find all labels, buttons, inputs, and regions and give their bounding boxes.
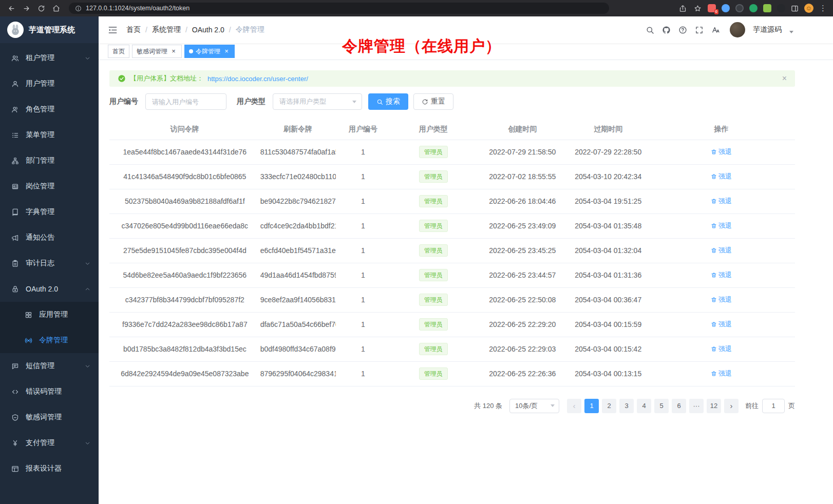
table-row[interactable]: 54d6be82ee5a460a9aedc1f9bf223656 49d1aa4… <box>109 263 795 287</box>
user-id-input[interactable] <box>145 93 226 110</box>
force-logout-button[interactable]: 强退 <box>711 197 732 206</box>
prev-page-button[interactable]: ‹ <box>567 399 581 413</box>
sidebar-item[interactable]: 应用管理 <box>0 302 99 327</box>
next-page-button[interactable]: › <box>724 399 739 413</box>
browser-profile-avatar[interactable]: ☺ <box>804 4 813 13</box>
browser-menu-icon[interactable]: ⋮ <box>819 4 827 12</box>
refresh-icon[interactable] <box>35 2 47 14</box>
sidebar-item[interactable]: 通知公告 <box>0 225 99 250</box>
breadcrumb: 首页 / 系统管理 / OAuth 2.0 / 令牌管理 <box>126 25 264 34</box>
force-logout-button[interactable]: 强退 <box>711 369 732 378</box>
page-button[interactable]: 2 <box>602 399 616 413</box>
github-icon[interactable] <box>662 26 671 34</box>
page-button[interactable]: 4 <box>637 399 651 413</box>
force-logout-button[interactable]: 强退 <box>711 221 732 230</box>
page-button[interactable]: 1 <box>584 399 599 413</box>
forward-icon[interactable] <box>20 2 32 14</box>
page-size-select[interactable]: 10条/页 <box>509 399 559 413</box>
force-logout-button[interactable]: 强退 <box>711 172 732 181</box>
page-button[interactable]: 5 <box>654 399 669 413</box>
sidebar-toggle-icon[interactable] <box>108 25 118 35</box>
breadcrumb-item[interactable]: 系统管理 <box>152 25 181 34</box>
sidebar-item[interactable]: 审计日志 <box>0 250 99 276</box>
home-icon[interactable] <box>50 2 62 14</box>
font-size-icon[interactable] <box>711 26 720 34</box>
force-logout-button[interactable]: 强退 <box>711 246 732 255</box>
sidebar-item[interactable]: 部门管理 <box>0 148 99 173</box>
force-logout-button[interactable]: 强退 <box>711 270 732 280</box>
username[interactable]: 芋道源码 <box>753 25 782 34</box>
fullscreen-icon[interactable] <box>695 26 704 34</box>
tab[interactable]: 首页 <box>108 45 129 58</box>
table-row[interactable]: c347026e805e4d99b0d116eae66eda8c cdfc4ce… <box>109 214 795 238</box>
share-icon[interactable] <box>678 2 687 14</box>
sidebar-item[interactable]: 报表设计器 <box>0 456 99 481</box>
back-icon[interactable] <box>5 2 17 14</box>
sidebar-item[interactable]: 岗位管理 <box>0 173 99 199</box>
sidebar-item[interactable]: 短信管理 <box>0 353 99 379</box>
extension-icon-paw[interactable] <box>777 4 785 12</box>
sidebar-item-label: 租户管理 <box>26 53 54 63</box>
goto-page-input[interactable] <box>762 399 785 413</box>
table-row[interactable]: 1ea5e44f8bc1467aaede43144f31de76 811c530… <box>109 140 795 164</box>
tab-close-icon[interactable]: × <box>170 48 177 55</box>
bookmark-star-icon[interactable] <box>693 2 702 14</box>
tab-label: 令牌管理 <box>196 47 220 56</box>
user-dropdown-caret-icon[interactable] <box>789 31 793 33</box>
sidebar-item[interactable]: 令牌管理 <box>0 327 99 353</box>
tab[interactable]: 令牌管理 × <box>184 45 235 58</box>
sidebar-item[interactable]: 租户管理 <box>0 45 99 71</box>
force-logout-button[interactable]: 强退 <box>711 344 732 354</box>
force-logout-button[interactable]: 强退 <box>711 147 732 157</box>
extension-icon-dark[interactable] <box>735 4 744 12</box>
table-row[interactable]: 502375b8040a469a9b82188afdf6af1f be90422… <box>109 189 795 214</box>
sidebar-item[interactable]: 敏感词管理 <box>0 404 99 430</box>
site-info-icon[interactable] <box>75 5 82 12</box>
tab-close-icon[interactable]: × <box>223 48 230 55</box>
page-button[interactable]: 12 <box>707 399 721 413</box>
sidebar-item[interactable]: 支付管理 <box>0 430 99 456</box>
reset-button[interactable]: 重置 <box>413 93 453 110</box>
sidebar-item[interactable]: 角色管理 <box>0 96 99 122</box>
table-row[interactable]: 275e5de9151045fe87cbdc395e004f4d e6cfd40… <box>109 238 795 263</box>
alert-close-icon[interactable]: × <box>782 74 787 83</box>
extension-icon-green[interactable] <box>749 4 758 12</box>
access-token-cell: 275e5de9151045fe87cbdc395e004f4d <box>109 238 260 263</box>
table-row[interactable]: 6d842e2924594de9a09e45e087323abe 8796295… <box>109 361 795 386</box>
chevron-down-icon <box>85 363 90 369</box>
table-row[interactable]: c342377bf8b344799dcbf7bf095287f2 9ce8ef2… <box>109 287 795 312</box>
help-icon[interactable] <box>678 26 687 34</box>
url-bar[interactable]: 127.0.0.1:1024/system/oauth2/token <box>69 3 609 14</box>
force-logout-button[interactable]: 强退 <box>711 320 732 329</box>
extensions-puzzle-icon[interactable] <box>763 4 771 12</box>
table-row[interactable]: 41c41346a548490f9dc8b01c6bfe0865 333ecfc… <box>109 164 795 189</box>
tab[interactable]: 敏感词管理 × <box>132 45 182 58</box>
sidebar-item[interactable]: 菜单管理 <box>0 122 99 148</box>
sidebar-item[interactable]: 字典管理 <box>0 199 99 225</box>
search-icon[interactable] <box>646 26 654 34</box>
page-button[interactable]: 3 <box>619 399 634 413</box>
sidebar-item-icon <box>11 465 19 473</box>
user-avatar[interactable] <box>730 22 745 37</box>
extension-adblock-icon[interactable]: 6 <box>708 4 716 12</box>
app-logo[interactable]: 芋道管理系统 <box>0 16 99 43</box>
alert-doc-link[interactable]: https://doc.iocoder.cn/user-center/ <box>207 75 308 83</box>
sidebar-item-label: 字典管理 <box>26 207 54 217</box>
table-row[interactable]: b0d1785bc3a8482f812db4a3f3bd15ec b0df498… <box>109 337 795 361</box>
breadcrumb-item[interactable]: OAuth 2.0 <box>192 26 224 34</box>
sidebar-item[interactable]: 错误码管理 <box>0 379 99 404</box>
table-row[interactable]: f9336e7c7dd242a283ee98dc86b17a87 dfa6c71… <box>109 312 795 337</box>
page-button[interactable]: ··· <box>689 399 704 413</box>
force-logout-button[interactable]: 强退 <box>711 295 732 304</box>
split-view-icon[interactable] <box>791 5 799 12</box>
breadcrumb-item[interactable]: 首页 <box>126 25 141 34</box>
search-button[interactable]: 搜索 <box>368 93 408 110</box>
page-button[interactable]: 6 <box>672 399 686 413</box>
breadcrumb-item[interactable]: 令牌管理 <box>236 25 264 34</box>
sidebar-item[interactable]: 用户管理 <box>0 71 99 96</box>
sidebar-item[interactable]: OAuth 2.0 <box>0 276 99 302</box>
user-type-select[interactable]: 请选择用户类型 <box>273 93 362 110</box>
sidebar-item-icon <box>25 311 32 319</box>
extension-icon-blue[interactable] <box>722 4 730 12</box>
expire-time-cell: 2022-07-29 22:28:50 <box>569 140 648 164</box>
